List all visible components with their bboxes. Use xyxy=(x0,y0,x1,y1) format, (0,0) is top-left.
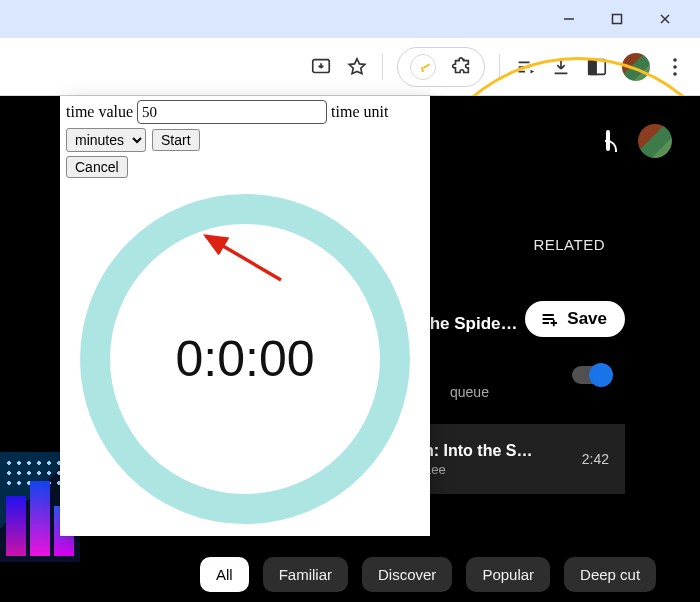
extension-pill xyxy=(397,47,485,87)
svg-rect-1 xyxy=(613,15,622,24)
time-value-input[interactable] xyxy=(137,100,327,124)
cast-icon[interactable] xyxy=(606,132,610,150)
filter-chip[interactable]: Discover xyxy=(362,557,452,592)
filter-chips: AllFamiliarDiscoverPopularDeep cut xyxy=(200,543,700,602)
label-time-value: time value xyxy=(66,103,133,121)
timer-popup: time value time unit minutes Start Cance… xyxy=(60,96,430,536)
filter-chip[interactable]: All xyxy=(200,557,249,592)
kebab-menu-icon[interactable] xyxy=(664,56,686,78)
browser-toolbar xyxy=(0,38,700,96)
time-unit-select[interactable]: minutes xyxy=(66,128,146,152)
svg-point-8 xyxy=(673,65,677,69)
page-top-right xyxy=(606,124,672,158)
autoplay-toggle[interactable] xyxy=(572,366,610,384)
maximize-button[interactable] xyxy=(610,12,624,26)
related-video-title: n: Into the S… xyxy=(424,442,532,460)
window-titlebar xyxy=(0,0,700,38)
related-video-by: Lee xyxy=(424,462,532,477)
filter-chip[interactable]: Popular xyxy=(466,557,550,592)
toolbar-separator xyxy=(382,54,383,80)
svg-point-7 xyxy=(673,58,677,62)
tab-related[interactable]: RELATED xyxy=(533,236,605,253)
related-video-row[interactable]: n: Into the S… Lee 2:42 xyxy=(424,424,625,494)
close-button[interactable] xyxy=(658,12,672,26)
cancel-button[interactable]: Cancel xyxy=(66,156,128,178)
account-avatar[interactable] xyxy=(638,124,672,158)
label-time-unit: time unit xyxy=(331,103,388,121)
queue-label: queue xyxy=(450,384,489,400)
timer-extension-icon[interactable] xyxy=(410,54,436,80)
related-video-duration: 2:42 xyxy=(582,451,609,467)
svg-point-9 xyxy=(673,72,677,76)
bookmark-star-icon[interactable] xyxy=(346,56,368,78)
timer-ring: 0:0:00 xyxy=(60,191,430,526)
extensions-puzzle-icon[interactable] xyxy=(450,56,472,78)
filter-chip[interactable]: Familiar xyxy=(263,557,348,592)
filter-chip[interactable]: Deep cut xyxy=(564,557,656,592)
minimize-button[interactable] xyxy=(562,12,576,26)
timer-display: 0:0:00 xyxy=(175,330,314,388)
save-button[interactable]: Save xyxy=(525,301,625,337)
start-button[interactable]: Start xyxy=(152,129,200,151)
install-app-icon[interactable] xyxy=(310,56,332,78)
save-button-label: Save xyxy=(567,309,607,329)
video-title-partial: the Spide… xyxy=(424,314,518,334)
